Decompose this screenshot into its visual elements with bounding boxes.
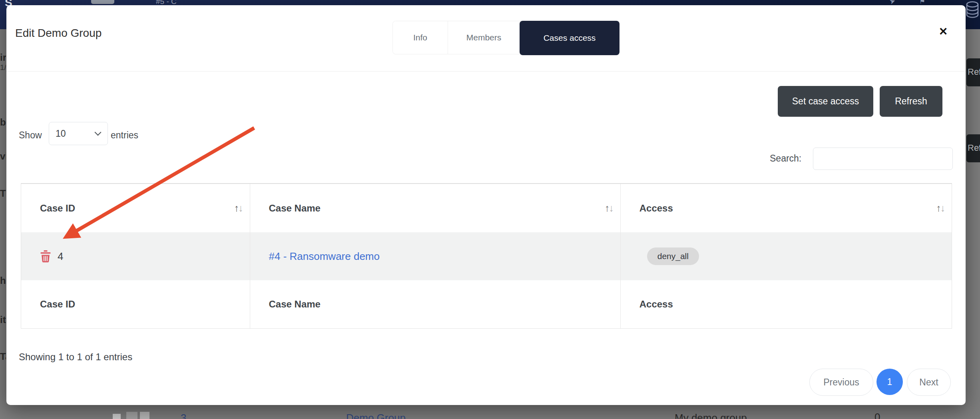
access-cell: deny_all <box>621 232 952 280</box>
column-header-label: Case ID <box>40 203 75 214</box>
table-row: 4 #4 - Ransomware demo deny_all <box>21 232 952 280</box>
column-header-access[interactable]: Access ↑↓ <box>621 184 952 232</box>
background-refresh-button-fragment: Ref <box>966 134 980 162</box>
background-icon-fragment <box>126 412 137 419</box>
background-icon-fragment <box>140 412 149 419</box>
close-icon[interactable]: ✕ <box>933 23 954 40</box>
background-refresh-button-fragment: Ref <box>966 58 980 86</box>
case-id-value: 4 <box>58 250 63 263</box>
case-name-link[interactable]: #4 - Ransomware demo <box>269 250 380 263</box>
sidebar-text-fragment: ir <box>0 52 6 63</box>
background-group-description: My demo group <box>675 412 747 419</box>
search-label: Search: <box>770 153 801 164</box>
table-footer-row: Case ID Case Name Access <box>21 280 952 328</box>
show-entries-label: Show <box>19 130 42 141</box>
tab-cases-access[interactable]: Cases access <box>520 21 619 55</box>
sidebar-text-fragment: 1/ <box>0 63 6 72</box>
pagination-next-button[interactable]: Next <box>907 369 951 396</box>
header-divider <box>6 71 966 72</box>
sidebar-text-fragment: it <box>0 314 6 325</box>
column-header-case-id[interactable]: Case ID ↑↓ <box>21 184 250 232</box>
tab-members[interactable]: Members <box>448 21 520 54</box>
table-header-row: Case ID ↑↓ Case Name ↑↓ Access ↑↓ <box>21 184 952 232</box>
background-checkbox-fragment <box>113 414 121 419</box>
database-icon <box>965 1 980 19</box>
access-badge: deny_all <box>647 247 699 265</box>
tab-info[interactable]: Info <box>393 21 448 54</box>
cases-access-table: Case ID ↑↓ Case Name ↑↓ Access ↑↓ <box>21 183 952 329</box>
sidebar-text-fragment: b <box>0 117 6 128</box>
footer-header-label: Access <box>639 299 673 310</box>
page-length-select[interactable]: 10 <box>49 122 108 145</box>
refresh-button[interactable]: Refresh <box>880 86 942 117</box>
sort-icon: ↑↓ <box>936 202 944 214</box>
sidebar-text-fragment: vi <box>0 151 6 162</box>
case-name-cell: #4 - Ransomware demo <box>250 232 621 280</box>
sidebar-text-fragment: T <box>0 188 6 199</box>
sort-icon: ↑↓ <box>234 202 243 214</box>
modal-tab-group: Info Members Cases access <box>392 21 619 54</box>
column-header-case-name[interactable]: Case Name ↑↓ <box>250 184 621 232</box>
table-info-text: Showing 1 to 1 of 1 entries <box>19 351 132 363</box>
topbar-pill-fragment <box>91 0 114 4</box>
background-group-id: 3 <box>181 412 186 419</box>
footer-header-label: Case ID <box>40 299 75 310</box>
case-id-cell: 4 <box>21 232 250 280</box>
modal-title: Edit Demo Group <box>15 27 102 40</box>
column-header-label: Case Name <box>269 203 321 214</box>
pagination-previous-button[interactable]: Previous <box>809 369 873 396</box>
footer-header-label: Case Name <box>269 299 321 310</box>
sidebar-text-fragment: Ta <box>0 351 6 362</box>
edit-group-modal: Edit Demo Group Info Members Cases acces… <box>6 5 966 405</box>
background-group-count: 0 <box>874 411 880 419</box>
sort-icon: ↑↓ <box>605 202 613 214</box>
background-group-name-link: Demo Group <box>346 412 406 419</box>
page-length-value: 10 <box>49 128 96 139</box>
set-case-access-button[interactable]: Set case access <box>778 86 873 117</box>
pagination-page-1-button[interactable]: 1 <box>876 369 903 395</box>
sidebar-text-fragment: h <box>0 275 6 286</box>
trash-icon[interactable] <box>40 250 51 263</box>
entries-label: entries <box>111 130 138 141</box>
flag-icon: ⚑ <box>919 0 925 6</box>
chevron-down-icon <box>95 129 102 136</box>
column-header-label: Access <box>639 203 673 214</box>
search-input[interactable] <box>813 148 953 170</box>
